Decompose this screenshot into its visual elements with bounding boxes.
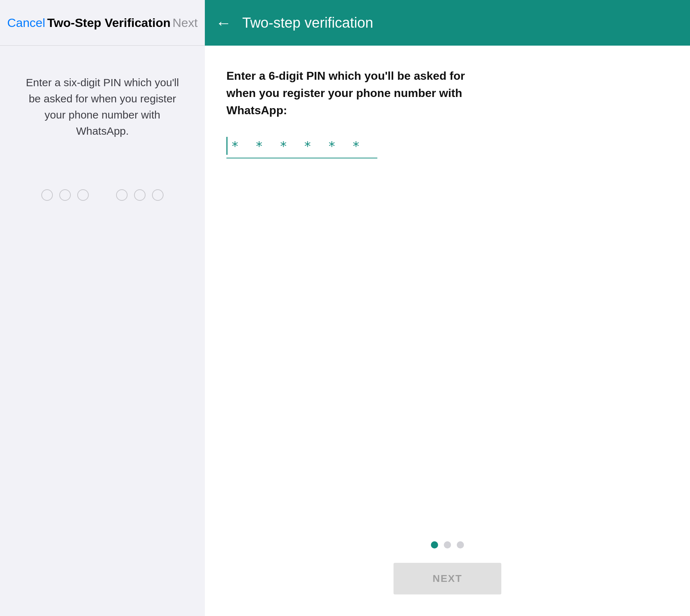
ios-nav-bar: Cancel Two-Step Verification Next [0, 0, 205, 46]
back-arrow-icon[interactable]: ← [216, 15, 231, 31]
android-description: Enter a 6-digit PIN which you'll be aske… [226, 67, 478, 119]
pin-dot-3 [77, 189, 89, 201]
android-nav-title: Two-step verification [242, 15, 373, 31]
pin-input-container[interactable]: * * * * * * [226, 137, 377, 158]
cancel-button[interactable]: Cancel [7, 16, 45, 30]
ios-dot-group-right [116, 189, 164, 201]
pin-dot-5 [134, 189, 146, 201]
progress-dot-3 [457, 541, 464, 548]
ios-pin-dots [41, 189, 164, 201]
pin-dot-4 [116, 189, 128, 201]
pin-dot-1 [41, 189, 53, 201]
next-button-android[interactable]: NEXT [394, 563, 501, 594]
android-header: ← Two-step verification [205, 0, 690, 46]
ios-description: Enter a six-digit PIN which you'll be as… [22, 74, 183, 139]
android-content: Enter a 6-digit PIN which you'll be aske… [205, 46, 690, 616]
progress-dot-2 [444, 541, 451, 548]
next-button-ios[interactable]: Next [172, 16, 198, 30]
ios-nav-title: Two-Step Verification [47, 16, 170, 30]
bottom-section: NEXT [205, 541, 690, 594]
ios-panel: Cancel Two-Step Verification Next Enter … [0, 0, 205, 616]
progress-dots [431, 541, 464, 548]
ios-dot-group-left [41, 189, 89, 201]
pin-dot-6 [152, 189, 164, 201]
progress-dot-1 [431, 541, 438, 548]
pin-cursor [226, 137, 227, 155]
pin-stars: * * * * * * [231, 139, 364, 153]
android-panel: ← Two-step verification Enter a 6-digit … [205, 0, 690, 616]
pin-dot-2 [59, 189, 71, 201]
ios-content: Enter a six-digit PIN which you'll be as… [0, 46, 205, 616]
